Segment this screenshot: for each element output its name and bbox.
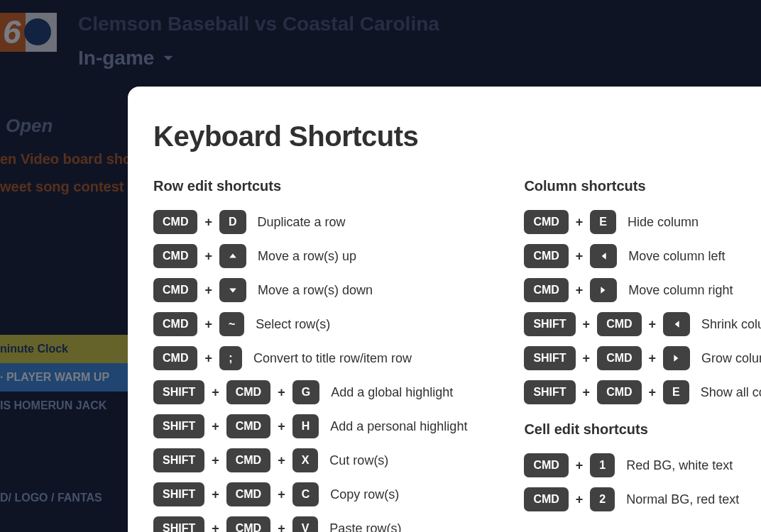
shortcut-description: Move a row(s) up [258,249,356,264]
key-combo: SHIFT+CMD+C [153,482,319,506]
col-shortcut-row: SHIFT+CMD+EShow all columns [524,380,761,404]
arrow-right-icon [663,346,690,370]
key-combo: SHIFT+CMD+H [153,414,319,438]
col-shortcut-row: SHIFT+CMD+Shrink column width [524,312,761,336]
key-combo: SHIFT+CMD+V [153,516,318,532]
shortcut-description: Copy row(s) [330,487,399,502]
key-cmd: CMD [524,453,568,477]
key-combo: CMD+ [524,278,617,302]
plus-separator: + [583,385,591,400]
row-shortcut-row: CMD+Move a row(s) up [153,244,467,268]
key-combo: SHIFT+CMD+ [524,312,690,336]
key-x: X [292,448,319,472]
key-cmd: CMD [524,210,568,234]
key-shift: SHIFT [524,346,575,370]
row-shortcut-row: CMD+;Convert to title row/item row [153,346,467,370]
plus-separator: + [204,283,212,298]
plus-separator: + [212,453,219,468]
plus-separator: + [204,351,212,366]
plus-separator: + [576,492,584,507]
modal-title: Keyboard Shortcuts [153,121,761,153]
key-combo: SHIFT+CMD+ [524,346,690,370]
plus-separator: + [278,487,285,502]
key-cmd: CMD [153,278,197,302]
key-d: D [219,210,246,234]
key-cmd: CMD [153,244,197,268]
plus-separator: + [576,458,584,473]
key-cmd: CMD [226,516,270,532]
shortcut-description: Duplicate a row [258,215,346,230]
key-shift: SHIFT [153,448,204,472]
key-shift: SHIFT [524,380,575,404]
shortcut-description: Add a global highlight [331,385,453,400]
key-cmd: CMD [226,414,270,438]
shortcut-description: Grow column width [701,351,761,366]
row-shortcut-row: SHIFT+CMD+CCopy row(s) [153,482,467,506]
plus-separator: + [204,215,212,230]
cell-shortcut-row: CMD+2Normal BG, red text [524,487,761,511]
key-combo: SHIFT+CMD+X [153,448,318,472]
plus-separator: + [576,215,584,230]
key-cmd: CMD [597,312,641,336]
cell-section-title: Cell edit shortcuts [524,421,761,438]
plus-separator: + [649,385,657,400]
shortcut-description: Add a personal highlight [330,419,467,434]
key-cmd: CMD [153,312,197,336]
plus-separator: + [278,419,285,434]
column-shortcuts-column: Column shortcuts CMD+EHide columnCMD+Mov… [524,178,761,532]
key-2: 2 [590,487,615,511]
shortcut-description: Red BG, white text [626,458,733,473]
shortcut-description: Move column left [628,249,725,264]
key-combo: CMD+E [524,210,616,234]
key-shift: SHIFT [153,414,204,438]
shortcut-description: Convert to title row/item row [253,351,412,366]
col-shortcut-row: SHIFT+CMD+Grow column width [524,346,761,370]
key-shift: SHIFT [524,312,575,336]
row-shortcut-row: CMD+DDuplicate a row [153,210,467,234]
plus-separator: + [212,521,219,533]
key-1: 1 [590,453,615,477]
col-shortcut-row: CMD+Move column left [524,244,761,268]
plus-separator: + [278,385,285,400]
key-h: H [292,414,319,438]
arrow-left-icon [663,312,690,336]
plus-separator: + [212,419,219,434]
plus-separator: + [204,249,212,264]
row-shortcut-row: SHIFT+CMD+GAdd a global highlight [153,380,467,404]
cell-shortcut-row: CMD+1Red BG, white text [524,453,761,477]
key-cmd: CMD [226,380,270,404]
shortcut-description: Cut row(s) [329,453,388,468]
shortcut-description: Show all columns [701,385,761,400]
key-shift: SHIFT [153,380,204,404]
key-cmd: CMD [524,278,568,302]
arrow-up-icon [219,244,246,268]
arrow-down-icon [219,278,246,302]
shortcut-description: Select row(s) [256,317,330,332]
col-shortcut-row: CMD+Move column right [524,278,761,302]
arrow-left-icon [590,244,617,268]
col-shortcut-row: CMD+EHide column [524,210,761,234]
plus-separator: + [583,351,591,366]
key-shift: SHIFT [153,482,204,506]
key-g: G [292,380,319,404]
key-combo: CMD+1 [524,453,615,477]
keyboard-shortcuts-modal: Keyboard Shortcuts Row edit shortcuts CM… [128,87,761,532]
plus-separator: + [212,385,219,400]
shortcut-description: Move column right [628,283,733,298]
row-section-title: Row edit shortcuts [153,178,467,194]
col-section-title: Column shortcuts [524,178,761,194]
arrow-right-icon [590,278,617,302]
key-c: C [292,482,319,506]
key-combo: CMD+ [153,244,246,268]
key-combo: CMD+; [153,346,242,370]
plus-separator: + [212,487,219,502]
plus-separator: + [649,317,657,332]
key-cmd: CMD [524,487,568,511]
plus-separator: + [576,283,584,298]
key-;: ; [219,346,242,370]
row-shortcut-row: CMD+~Select row(s) [153,312,467,336]
key-combo: CMD+~ [153,312,244,336]
key-cmd: CMD [226,448,270,472]
key-cmd: CMD [524,244,568,268]
shortcut-description: Shrink column width [701,317,761,332]
